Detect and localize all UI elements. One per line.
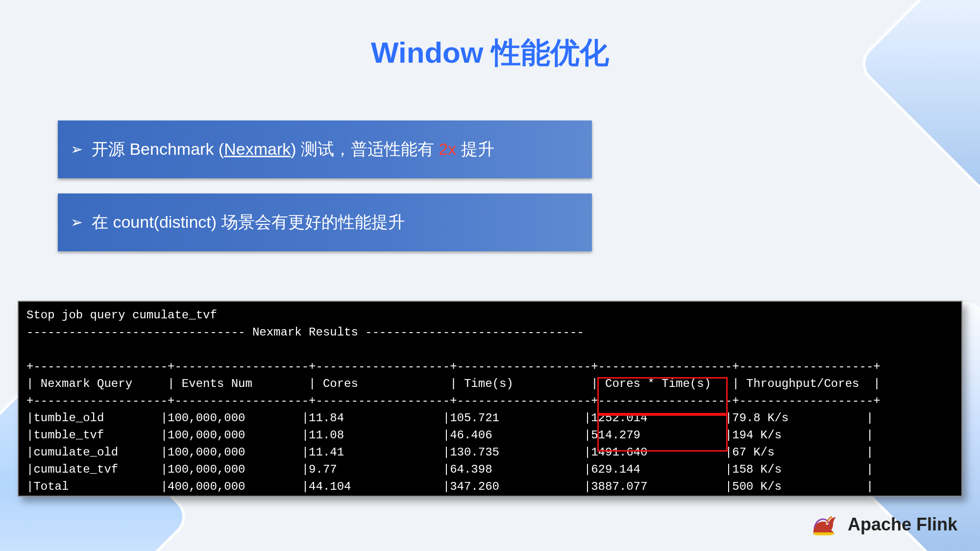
bg-cube-top-right [858, 0, 980, 195]
nexmark-link[interactable]: Nexmark [224, 140, 291, 158]
bullet1-highlight: 2x [439, 140, 456, 158]
footer-brand-text: Apache Flink [848, 514, 957, 535]
bullet-count-distinct: ➢ 在 count(distinct) 场景会有更好的性能提升 [58, 193, 592, 251]
slide-title: Window 性能优化 [0, 33, 980, 73]
bullet1-suf2: 提升 [456, 140, 494, 158]
bullet-arrow-icon: ➢ [71, 142, 83, 157]
bullet2-text: 在 count(distinct) 场景会有更好的性能提升 [92, 211, 405, 234]
bullet1-prefix: 开源 Benchmark ( [92, 140, 224, 158]
nexmark-terminal-output: Stop job query cumulate_tvf ------------… [18, 301, 962, 497]
footer-logo: Apache Flink [808, 509, 957, 540]
bullet-arrow-icon: ➢ [71, 215, 83, 230]
flink-squirrel-icon [808, 509, 839, 540]
bullet-benchmark-2x: ➢ 开源 Benchmark (Nexmark) 测试，普适性能有 2x 提升 [58, 120, 592, 178]
bullet1-suf1: ) 测试，普适性能有 [291, 140, 439, 158]
bullet1-text: 开源 Benchmark (Nexmark) 测试，普适性能有 2x 提升 [92, 138, 494, 161]
